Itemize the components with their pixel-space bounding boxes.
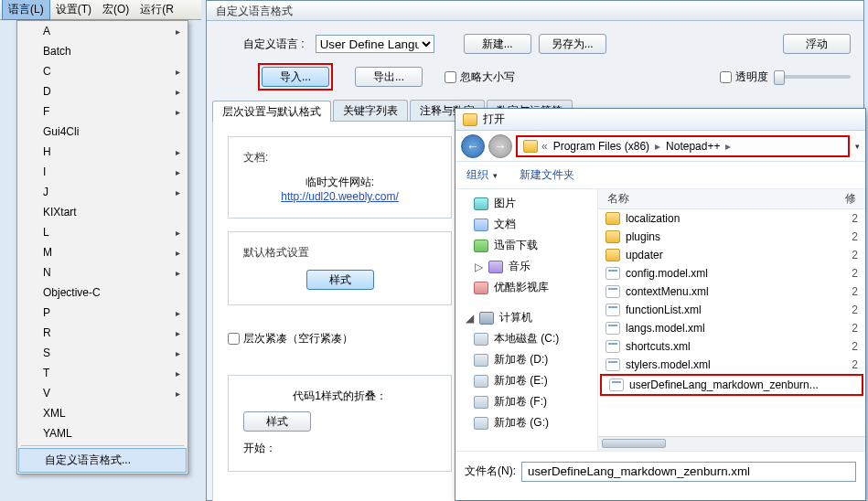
saveas-button[interactable]: 另存为... (539, 34, 606, 54)
fold-label: 代码1样式的折叠： (243, 389, 436, 404)
transparency-checkbox[interactable]: 透明度 (720, 69, 768, 85)
lang-item[interactable]: P (17, 303, 188, 323)
file-name: localization (626, 212, 840, 225)
ignore-case-input[interactable] (445, 71, 456, 83)
chevron-icon: ▸ (725, 140, 731, 153)
menu-settings[interactable]: 设置(T) (50, 0, 97, 19)
menu-run[interactable]: 运行(R (134, 0, 179, 19)
new-folder-button[interactable]: 新建文件夹 (520, 167, 574, 183)
lang-item[interactable]: V (17, 383, 188, 403)
start-label: 开始： (243, 441, 436, 456)
sidebar-drive[interactable]: 新加卷 (E:) (455, 370, 597, 391)
file-row[interactable]: localization2 (598, 209, 865, 228)
transparency-input[interactable] (720, 71, 732, 83)
compress-input[interactable] (228, 333, 240, 345)
file-row[interactable]: updater2 (598, 246, 865, 264)
lang-item[interactable]: H (17, 142, 188, 162)
file-row[interactable]: stylers.model.xml2 (598, 356, 865, 374)
lang-item[interactable]: A (17, 21, 188, 41)
file-row[interactable]: userDefineLang_markdown_zenburn... (600, 374, 863, 396)
file-date: 2 (845, 212, 858, 225)
video-icon (474, 282, 488, 294)
transparency-slider[interactable] (774, 75, 851, 79)
computer-icon (479, 312, 494, 325)
udl-title: 自定义语言格式 (207, 1, 863, 21)
file-date: 2 (845, 340, 858, 353)
col-name[interactable]: 名称 (598, 191, 836, 207)
tmp-site-link[interactable]: http://udl20.weebly.com/ (281, 190, 399, 203)
file-row[interactable]: plugins2 (598, 228, 865, 246)
lang-item[interactable]: L (17, 222, 188, 242)
new-button[interactable]: 新建... (464, 34, 531, 54)
expand-icon[interactable]: ◢ (465, 312, 474, 325)
sidebar-drive[interactable]: 新加卷 (G:) (455, 412, 597, 433)
organize-button[interactable]: 组织 ▾ (466, 167, 498, 183)
file-date: 2 (845, 230, 858, 243)
sidebar-item[interactable]: 图片 (455, 193, 597, 214)
sidebar-computer[interactable]: ◢计算机 (455, 307, 597, 328)
breadcrumb[interactable]: « Program Files (x86) ▸ Notepad++ ▸ (516, 135, 850, 157)
lang-item[interactable]: N (17, 262, 188, 282)
lang-item[interactable]: F (17, 101, 188, 122)
fold-style-button[interactable]: 样式 (243, 411, 311, 432)
col-modified[interactable]: 修 (836, 191, 865, 207)
lang-select[interactable]: User Define Language (316, 35, 434, 53)
tab-keywords[interactable]: 关键字列表 (333, 100, 408, 121)
lang-item[interactable]: M (17, 242, 188, 262)
sidebar-drive[interactable]: 新加卷 (F:) (455, 391, 597, 412)
file-name: langs.model.xml (626, 322, 840, 335)
filename-input[interactable] (521, 462, 856, 482)
lang-item[interactable]: Objective-C (17, 282, 188, 303)
breadcrumb-part[interactable]: Notepad++ (664, 140, 722, 153)
lang-item[interactable]: I (17, 162, 188, 182)
lang-item[interactable]: YAML (17, 423, 188, 443)
file-row[interactable]: functionList.xml2 (598, 301, 865, 319)
file-date: 2 (845, 322, 858, 335)
ignore-case-checkbox[interactable]: 忽略大小写 (445, 69, 515, 85)
lang-item[interactable]: R (17, 323, 188, 343)
breadcrumb-part[interactable]: Program Files (x86) (552, 140, 651, 153)
file-row[interactable]: contextMenu.xml2 (598, 282, 865, 301)
expand-icon[interactable]: ▷ (474, 261, 483, 273)
style-button[interactable]: 样式 (306, 270, 374, 290)
lang-item[interactable]: T (17, 363, 188, 383)
lang-item[interactable]: S (17, 343, 188, 363)
lang-item[interactable]: C (17, 61, 188, 81)
dropdown-arrow-icon[interactable]: ▾ (855, 142, 860, 151)
folder-icon (605, 249, 620, 261)
file-rows: localization2plugins2updater2config.mode… (598, 209, 865, 396)
tab-default[interactable]: 层次设置与默认格式 (212, 101, 331, 122)
file-row[interactable]: langs.model.xml2 (598, 319, 865, 337)
nav-back-button[interactable]: ← (461, 134, 485, 158)
sidebar-item[interactable]: ▷音乐 (455, 256, 597, 277)
menu-macro[interactable]: 宏(O) (97, 0, 134, 19)
file-list-scrollbar[interactable] (598, 436, 865, 451)
lang-item[interactable]: D (17, 81, 188, 101)
folder-icon (463, 113, 477, 126)
file-row[interactable]: config.model.xml2 (598, 264, 865, 282)
sidebar-drive[interactable]: 本地磁盘 (C:) (455, 328, 597, 349)
export-button[interactable]: 导出... (355, 67, 423, 87)
compress-checkbox[interactable]: 层次紧凑（空行紧凑） (228, 331, 353, 346)
xml-icon (609, 378, 624, 391)
sidebar-item[interactable]: 文档 (455, 214, 597, 235)
nav-forward-button[interactable]: → (488, 134, 512, 158)
udl-secondary-row: 导入... 导出... 忽略大小写 透明度 (207, 59, 863, 100)
sidebar-drive[interactable]: 新加卷 (D:) (455, 349, 597, 370)
import-button[interactable]: 导入... (262, 67, 329, 87)
lang-item[interactable]: Gui4Cli (17, 122, 188, 142)
user-defined-language-item[interactable]: 自定义语言格式... (18, 448, 187, 473)
lang-item[interactable]: Batch (17, 41, 188, 61)
sidebar-item[interactable]: 优酷影视库 (455, 277, 597, 298)
drive-icon (474, 396, 488, 409)
lang-item[interactable]: KIXtart (17, 202, 188, 222)
menu-language[interactable]: 语言(L) (2, 0, 50, 20)
sidebar-item[interactable]: 迅雷下载 (455, 235, 597, 256)
file-row[interactable]: shortcuts.xml2 (598, 337, 865, 356)
scrollbar-thumb[interactable] (602, 439, 666, 448)
lang-item[interactable]: J (17, 182, 188, 202)
tmp-site-label: 临时文件网站: (243, 175, 436, 190)
default-style-label: 默认格式设置 (243, 245, 436, 261)
float-button[interactable]: 浮动 (783, 34, 851, 54)
lang-item[interactable]: XML (17, 403, 188, 423)
